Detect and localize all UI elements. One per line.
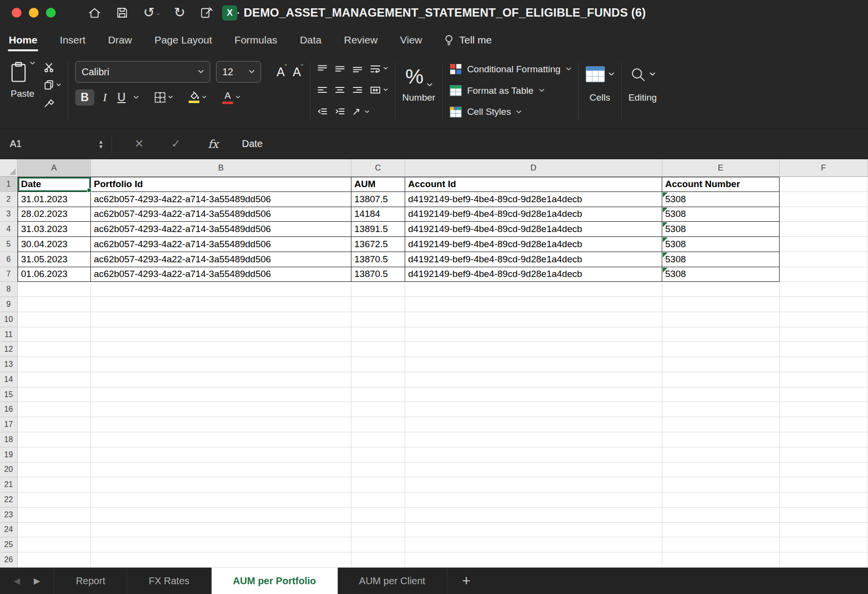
cell-D5[interactable]: d4192149-bef9-4be4-89cd-9d28e1a4decb	[405, 237, 662, 252]
cell-A6[interactable]: 31.05.2023	[18, 252, 91, 267]
underline-button[interactable]: U	[115, 92, 128, 103]
cell-D17[interactable]	[405, 417, 662, 432]
cell-D9[interactable]	[405, 297, 662, 312]
cell-D2[interactable]: d4192149-bef9-4be4-89cd-9d28e1a4decb	[405, 192, 662, 207]
cell-D15[interactable]	[405, 387, 662, 403]
increase-font-size-button[interactable]: Aˆ	[277, 66, 287, 78]
row-header-1[interactable]: 1	[0, 177, 18, 192]
cell-C9[interactable]	[351, 297, 405, 312]
column-header-A[interactable]: A	[18, 159, 91, 177]
cell-F19[interactable]	[780, 447, 868, 463]
home-icon[interactable]	[88, 6, 101, 20]
cell-A2[interactable]: 31.01.2023	[18, 192, 91, 207]
cell-F3[interactable]	[780, 207, 868, 222]
cell-B14[interactable]	[91, 372, 351, 387]
column-header-C[interactable]: C	[351, 159, 405, 177]
cell-B21[interactable]	[91, 477, 351, 492]
cell-E11[interactable]	[662, 327, 780, 342]
cell-F16[interactable]	[780, 402, 868, 417]
text-orientation-button[interactable]	[352, 107, 369, 116]
cell-B26[interactable]	[91, 552, 351, 568]
cell-C19[interactable]	[351, 447, 405, 463]
paste-button[interactable]: Paste	[10, 61, 35, 99]
cell-E25[interactable]	[662, 537, 780, 552]
row-header-18[interactable]: 18	[0, 432, 18, 447]
cell-A17[interactable]	[18, 417, 91, 432]
cell-A8[interactable]	[18, 282, 91, 297]
ribbon-tab-draw[interactable]: Draw	[107, 25, 133, 55]
accept-entry-button[interactable]: ✓	[171, 137, 180, 150]
cell-F25[interactable]	[780, 537, 868, 552]
cell-E3[interactable]: 5308	[662, 207, 780, 222]
cell-D7[interactable]: d4192149-bef9-4be4-89cd-9d28e1a4decb	[405, 267, 662, 282]
cell-B19[interactable]	[91, 447, 351, 463]
cell-F14[interactable]	[780, 372, 868, 387]
cell-C7[interactable]: 13870.5	[351, 267, 405, 282]
ribbon-tab-review[interactable]: Review	[343, 25, 379, 55]
align-top-button[interactable]	[317, 64, 327, 73]
cell-D24[interactable]	[405, 523, 662, 538]
cell-C11[interactable]	[351, 327, 405, 342]
cell-E15[interactable]	[662, 387, 780, 403]
row-header-21[interactable]: 21	[0, 477, 18, 492]
cell-D10[interactable]	[405, 312, 662, 327]
cell-E26[interactable]	[662, 552, 780, 568]
decrease-font-size-button[interactable]: Aˇ	[293, 66, 303, 78]
cell-E10[interactable]	[662, 312, 780, 327]
row-header-16[interactable]: 16	[0, 402, 18, 417]
cell-B8[interactable]	[91, 282, 351, 297]
cell-B20[interactable]	[91, 463, 351, 478]
cell-E18[interactable]	[662, 432, 780, 447]
cell-A12[interactable]	[18, 342, 91, 357]
cell-A22[interactable]	[18, 492, 91, 508]
row-header-15[interactable]: 15	[0, 387, 18, 403]
cell-D26[interactable]	[405, 552, 662, 568]
cell-E5[interactable]: 5308	[662, 237, 780, 252]
cut-button[interactable]	[44, 63, 61, 72]
cell-A15[interactable]	[18, 387, 91, 403]
cell-C2[interactable]: 13807.5	[351, 192, 405, 207]
column-header-D[interactable]: D	[405, 159, 662, 177]
row-header-25[interactable]: 25	[0, 537, 18, 552]
cell-C5[interactable]: 13672.5	[351, 237, 405, 252]
cell-B22[interactable]	[91, 492, 351, 508]
tell-me-button[interactable]: Tell me	[444, 34, 492, 46]
cell-D4[interactable]: d4192149-bef9-4be4-89cd-9d28e1a4decb	[405, 222, 662, 237]
cell-D11[interactable]	[405, 327, 662, 342]
cell-E7[interactable]: 5308	[662, 267, 780, 282]
formula-input[interactable]: Date	[242, 138, 262, 149]
cell-C24[interactable]	[351, 523, 405, 538]
column-header-E[interactable]: E	[662, 159, 780, 177]
sheet-tab-aum-per-portfolio[interactable]: AUM per Portfolio	[212, 568, 338, 594]
undo-button[interactable]: ↺ˇ	[143, 6, 159, 20]
row-header-14[interactable]: 14	[0, 372, 18, 387]
cell-A11[interactable]	[18, 327, 91, 342]
align-middle-button[interactable]	[335, 64, 345, 73]
row-header-10[interactable]: 10	[0, 312, 18, 327]
cell-C8[interactable]	[351, 282, 405, 297]
cell-F22[interactable]	[780, 492, 868, 508]
cell-C14[interactable]	[351, 372, 405, 387]
cell-C4[interactable]: 13891.5	[351, 222, 405, 237]
cell-E22[interactable]	[662, 492, 780, 508]
cell-B7[interactable]: ac62b057-4293-4a22-a714-3a55489dd506	[91, 267, 351, 282]
align-bottom-button[interactable]	[352, 64, 363, 73]
row-header-9[interactable]: 9	[0, 297, 18, 312]
cell-E16[interactable]	[662, 402, 780, 417]
cell-E2[interactable]: 5308	[662, 192, 780, 207]
column-header-F[interactable]: F	[780, 159, 868, 177]
cell-D21[interactable]	[405, 477, 662, 492]
cell-A1[interactable]: Date	[18, 177, 91, 192]
cell-C26[interactable]	[351, 552, 405, 568]
format-as-table-button[interactable]: Format as Table	[450, 80, 544, 102]
cell-E12[interactable]	[662, 342, 780, 357]
row-header-12[interactable]: 12	[0, 342, 18, 357]
cell-C16[interactable]	[351, 402, 405, 417]
cell-B4[interactable]: ac62b057-4293-4a22-a714-3a55489dd506	[91, 222, 351, 237]
cells-button[interactable]	[586, 62, 614, 87]
cell-B15[interactable]	[91, 387, 351, 403]
cell-F21[interactable]	[780, 477, 868, 492]
row-header-26[interactable]: 26	[0, 552, 18, 568]
align-center-button[interactable]	[335, 86, 345, 94]
cell-A3[interactable]: 28.02.2023	[18, 207, 91, 222]
